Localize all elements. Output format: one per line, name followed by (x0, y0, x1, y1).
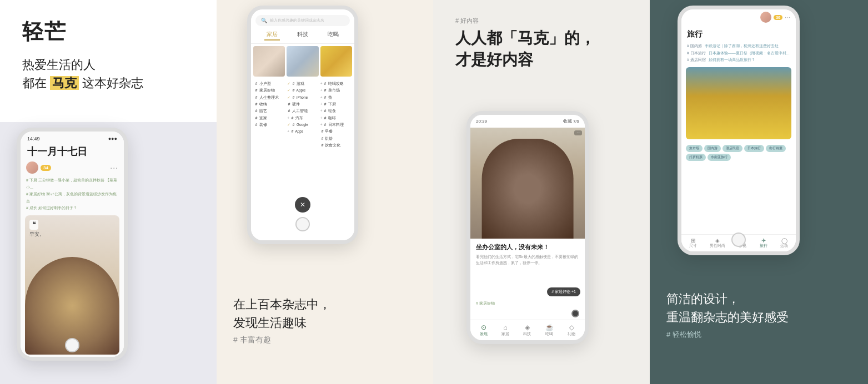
phone2-home-button[interactable] (295, 217, 310, 231)
phone3-nav-gift[interactable]: ◇ 礼物 (568, 324, 575, 337)
sport-icon: ◯ (780, 238, 788, 244)
phone3-bottom-tag: # 家居好物 (470, 299, 585, 309)
food-icon: ☕ (545, 324, 554, 331)
home-icon: ⌂ (501, 324, 509, 331)
section3-title-line1: 人人都「马克」的， (455, 27, 595, 49)
phone4-link-hotel[interactable]: # 酒店民宿 如何拥有一场高品质旅行？ (687, 57, 790, 64)
phone2-img-food (320, 46, 352, 77)
phone4-avatar-row: 36 ··· (681, 9, 796, 25)
phone3-article-image: ··· (470, 128, 585, 239)
phone4-tag-japan[interactable]: 日本旅行 (744, 145, 764, 152)
phone3-plant (482, 139, 574, 239)
phone1-status-bar: 14:49 ●●● (21, 132, 124, 144)
phone2-tags-col3: + ＃ 吃喝攻略 + ＃ 菜市场 + ＃ 茶 + ＃ 下厨 + ＃ 轻食 + ＃… (320, 80, 351, 149)
phone4-link1-text: 手账游记｜除了西湖，杭州还有这些好去处 (705, 44, 779, 48)
phone4-tag-market[interactable]: 集市场 (686, 145, 703, 152)
fashion-icon: ◈ (710, 238, 725, 244)
phone4-nav-sport[interactable]: ◯ 运动 (780, 238, 788, 249)
tagline-line2: 都在 马克 这本好杂志 (22, 74, 143, 92)
phone3-article-content: 坐办公室的人，没有未来！ 看完他们的生活方式，宅Sir最大的感触便是，不要被忙碌… (470, 239, 585, 285)
phone2-search-bar[interactable]: 🔍 输入你感兴趣的关键词或杂志名 (255, 15, 350, 26)
phone2-img-table (287, 46, 318, 77)
phone3-nav-tech[interactable]: ◈ 科技 (523, 324, 531, 337)
section2-caption: 在上百本杂志中， 发现生活趣味 # 丰富有趣 (233, 295, 331, 345)
section3-header: # 好内容 人人都「马克」的， 才是好内容 (455, 17, 595, 70)
phone2-img-flowers (253, 46, 285, 77)
phone4-link1-tag: # 国内游 (687, 44, 702, 48)
phone2-tab-tech[interactable]: 科技 (295, 29, 310, 41)
phone4-badge: 36 (774, 15, 782, 20)
section-1: 轻芒 热爱生活的人 都在 马克 这本好杂志 14:49 ●●● 十一月十七日 3… (0, 0, 217, 384)
section-3: # 好内容 人人都「马克」的， 才是好内容 20:39 收藏 7/9 ··· 坐… (433, 0, 650, 384)
phone2-tab-food[interactable]: 吃喝 (325, 29, 341, 41)
section3-title-line2: 才是好内容 (455, 49, 595, 70)
phone1-home-button[interactable] (65, 338, 79, 352)
phone4-nav-travel[interactable]: ✈ 旅行 (760, 238, 767, 249)
phone4-tag-hotel[interactable]: 酒店民宿 (723, 145, 742, 152)
phone4-more[interactable]: ··· (785, 13, 790, 21)
phone3-status-bar: 20:39 收藏 7/9 (470, 115, 585, 128)
phone3-nav-home[interactable]: ⌂ 家居 (501, 324, 509, 337)
search-icon: 🔍 (261, 18, 267, 23)
phone4-link2-tag: # 日本旅行 (687, 51, 706, 55)
section3-tag: # 好内容 (455, 17, 595, 25)
phone1-quote-text: 早安。 (29, 231, 44, 238)
phone1-date: 十一月十七日 (21, 144, 124, 161)
phone1-content-image: ❝ 早安。 (25, 215, 119, 355)
phone-mockup-4: 36 ··· 旅行 # 国内游 手账游记｜除了西湖，杭州还有这些好去处 # 日本… (678, 6, 800, 255)
phone4-featured-image (686, 67, 791, 139)
phone3-counter: 收藏 7/9 (563, 118, 579, 124)
phone3-nav-food[interactable]: ☕ 吃喝 (545, 324, 554, 337)
phone4-tag-sea[interactable]: 东南亚旅行 (708, 154, 731, 161)
phone3-image-label: ··· (574, 130, 582, 135)
section2-big-text-2: 发现生活趣味 (233, 314, 331, 332)
section4-caption: 简洁的设计， 重温翻杂志的美好感受 # 轻松愉悦 (666, 290, 789, 340)
phone1-signal: ●●● (108, 136, 117, 142)
phone1-avatar (26, 161, 38, 174)
grid-icon: ⊞ (689, 238, 697, 244)
phone4-field-image (686, 67, 791, 139)
compass-icon: ⊙ (480, 324, 488, 331)
phone1-badge: 34 (41, 165, 51, 171)
phone4-link2-text: 日本趣体验——夏日祭（附视频：名古屋中村... (709, 51, 790, 55)
phone1-quote-icon: ❝ (29, 220, 38, 230)
phone4-tag-travel[interactable]: 出行锦囊 (766, 145, 786, 152)
phone3-article-title: 坐办公室的人，没有未来！ (476, 243, 579, 251)
phone4-section-title: 旅行 (681, 25, 796, 42)
section4-big-text-2: 重温翻杂志的美好感受 (666, 308, 789, 326)
phone2-tags-col1: ＃ 小户型 ＃ 家居好物 ＃ 人生整理术 ＃ 收纳 ＃ 园艺 ＃ 宜家 ＃ 装修 (254, 80, 285, 149)
phone1-time: 14:49 (27, 136, 40, 142)
gift-icon: ◇ (568, 324, 575, 331)
phone1-feed-tags: # 下厨 三分钟做一碟小菜，超简单的凉拌秋葵 【幕幕小... # 家居好物 38… (21, 174, 124, 213)
phone4-nav-fashion[interactable]: ◈ 男性时尚 (710, 238, 725, 249)
tagline-line1: 热爱生活的人 (22, 55, 143, 74)
phone4-avatar (760, 12, 771, 23)
phone-mockup-1: 14:49 ●●● 十一月十七日 34 ··· # 下厨 三分钟做一碟小菜，超简… (17, 128, 128, 361)
phone1-more[interactable]: ··· (110, 163, 118, 172)
section-2: 🔍 输入你感兴趣的关键词或杂志名 家居 科技 吃喝 ＃ 小户型 ＃ 家居好物 ＃… (217, 0, 433, 384)
phone2-tags-col2: ✓ ＃ 游戏 ✓ ＃ Apple ✓ ＃ iPhone ＃ 硬件 ＃ 人工智能 … (287, 80, 318, 149)
section4-big-text-1: 简洁的设计， (666, 290, 789, 308)
phone4-link-domestic[interactable]: # 国内游 手账游记｜除了西湖，杭州还有这些好去处 (687, 43, 790, 50)
phone4-hashtag-list: 集市场 国内游 酒店民宿 日本旅行 出行锦囊 打折机票 东南亚旅行 (681, 142, 796, 164)
phone2-tab-home[interactable]: 家居 (264, 29, 280, 41)
phone3-action-row: # 家居好物 +1 (470, 285, 585, 299)
section4-small-text: # 轻松愉悦 (666, 330, 789, 340)
phone4-article-links: # 国内游 手账游记｜除了西湖，杭州还有这些好去处 # 日本旅行 日本趣体验——… (681, 42, 796, 65)
app-title: 轻芒 (22, 18, 67, 46)
phone4-tag-domestic[interactable]: 国内游 (704, 145, 721, 152)
phone3-bottom-nav: ⊙ 发现 ⌂ 家居 ◈ 科技 ☕ 吃喝 ◇ 礼物 (470, 320, 585, 340)
phone2-close-button[interactable]: ✕ (295, 197, 310, 213)
phone4-link-japan[interactable]: # 日本旅行 日本趣体验——夏日祭（附视频：名古屋中村... (687, 50, 790, 57)
phone4-link3-tag: # 酒店民宿 (687, 58, 706, 62)
phone3-record-button[interactable] (571, 310, 579, 317)
phone3-nav-discover[interactable]: ⊙ 发现 (480, 324, 488, 337)
section-4: 36 ··· 旅行 # 国内游 手账游记｜除了西湖，杭州还有这些好去处 # 日本… (650, 0, 868, 384)
phone4-nav-size[interactable]: ⊞ 尺寸 (689, 238, 697, 249)
section2-small-text: # 丰富有趣 (233, 335, 331, 345)
phone3-collect-button[interactable]: # 家居好物 +1 (547, 287, 580, 296)
phone4-home-button[interactable] (731, 233, 746, 247)
phone3-record-row (470, 309, 585, 320)
phone4-link3-text: 如何拥有一场高品质旅行？ (709, 58, 755, 62)
phone4-tag-discount[interactable]: 打折机票 (686, 154, 706, 161)
